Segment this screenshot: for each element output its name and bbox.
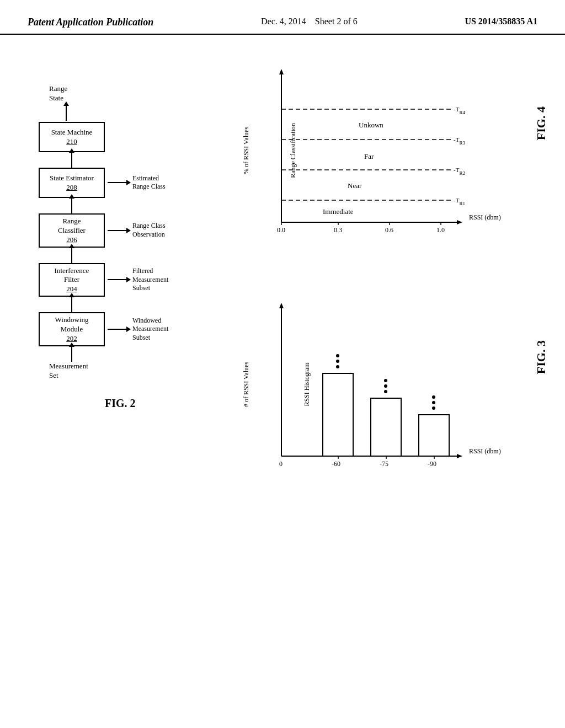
svg-text:% of RSSI Values: % of RSSI Values xyxy=(242,127,250,174)
svg-text:0.0: 0.0 xyxy=(277,226,285,234)
state-machine-num: 210 xyxy=(66,137,77,146)
state-machine-title: State Machine xyxy=(51,128,93,137)
svg-point-46 xyxy=(384,390,387,393)
svg-text:-75: -75 xyxy=(380,460,388,468)
interference-filter-item: InterferenceFilter 204 FilteredMeasureme… xyxy=(39,263,168,297)
svg-text:-90: -90 xyxy=(428,460,436,468)
interference-filter-box: InterferenceFilter 204 xyxy=(39,263,105,297)
state-estimator-box: State Estimator 208 xyxy=(39,168,105,198)
state-estimator-item: State Estimator 208 EstimatedRange Class xyxy=(39,168,166,198)
svg-marker-28 xyxy=(279,303,284,308)
svg-text:RSSI Histogram: RSSI Histogram xyxy=(303,362,311,406)
range-classifier-title: RangeClassifier xyxy=(58,217,86,235)
svg-marker-1 xyxy=(279,69,284,74)
publication-date: Dec. 4, 2014 xyxy=(261,17,306,26)
fig4-chart-container: % of RSSI Values RSSI (dbm) 0.0 0.3 0.6 … xyxy=(237,62,548,263)
svg-marker-3 xyxy=(457,220,462,224)
svg-text:-TR3: -TR3 xyxy=(454,136,465,146)
main-content: Range State State Machine 210 xyxy=(0,46,565,502)
svg-text:-TR4: -TR4 xyxy=(454,106,465,115)
sheet-info: Sheet 2 of 6 xyxy=(315,17,358,26)
svg-point-51 xyxy=(432,401,435,404)
svg-point-48 xyxy=(384,379,387,382)
patent-number: US 2014/358835 A1 xyxy=(465,17,537,26)
svg-text:0.3: 0.3 xyxy=(334,226,342,234)
state-machine-box: State Machine 210 xyxy=(39,122,105,152)
svg-rect-45 xyxy=(371,398,401,456)
svg-point-50 xyxy=(432,406,435,410)
svg-text:-60: -60 xyxy=(332,460,340,468)
windowed-measurement-label: WindowedMeasurementSubset xyxy=(132,317,168,342)
svg-marker-30 xyxy=(457,454,462,458)
measurement-set-label: MeasurementSet xyxy=(49,362,88,381)
fig3-svg: # of RSSI Values RSSI (dbm) RSSI Histogr… xyxy=(237,296,502,495)
range-classifier-item: RangeClassifier 206 Range ClassObservati… xyxy=(39,213,166,248)
svg-text:RSSI (dbm): RSSI (dbm) xyxy=(469,213,501,221)
svg-text:Near: Near xyxy=(348,181,362,190)
fig4-label: FIG. 4 xyxy=(534,106,548,140)
svg-point-52 xyxy=(432,395,435,399)
svg-text:Immediate: Immediate xyxy=(323,207,354,216)
fig3-label: FIG. 3 xyxy=(534,340,548,374)
svg-point-47 xyxy=(384,384,387,388)
state-estimator-title: State Estimator xyxy=(50,174,94,183)
flowchart: Range State State Machine 210 xyxy=(39,84,226,381)
right-panel: % of RSSI Values RSSI (dbm) 0.0 0.3 0.6 … xyxy=(226,51,548,497)
svg-text:0.6: 0.6 xyxy=(385,226,393,234)
windowing-module-item: WindowingModule 202 WindowedMeasurementS… xyxy=(39,312,168,346)
interference-filter-num: 204 xyxy=(66,285,77,293)
estimated-range-class-label: EstimatedRange Class xyxy=(132,174,166,191)
svg-rect-41 xyxy=(323,373,353,456)
windowing-module-num: 202 xyxy=(66,334,77,343)
range-state-label-1: Range xyxy=(49,84,67,93)
filtered-measurement-label: FilteredMeasurementSubset xyxy=(132,267,168,293)
svg-text:RSSI (dbm): RSSI (dbm) xyxy=(469,447,501,455)
svg-text:0: 0 xyxy=(279,460,282,468)
range-classifier-num: 206 xyxy=(66,235,77,244)
state-machine-item: State Machine 210 xyxy=(39,122,105,152)
range-state-label-2: State xyxy=(49,94,63,102)
fig3-chart-container: # of RSSI Values RSSI (dbm) RSSI Histogr… xyxy=(237,296,548,497)
fig2-label: FIG. 2 xyxy=(105,397,226,410)
header-center: Dec. 4, 2014 Sheet 2 of 6 xyxy=(261,17,358,26)
fig2-panel: Range State State Machine 210 xyxy=(17,51,226,497)
fig4-svg: % of RSSI Values RSSI (dbm) 0.0 0.3 0.6 … xyxy=(237,62,502,261)
svg-text:1.0: 1.0 xyxy=(436,226,445,234)
svg-point-44 xyxy=(336,354,339,357)
windowing-module-box: WindowingModule 202 xyxy=(39,312,105,346)
range-class-obs-label: Range ClassObservation xyxy=(132,222,166,239)
svg-point-43 xyxy=(336,360,339,363)
svg-text:-TR2: -TR2 xyxy=(454,167,465,176)
svg-text:# of RSSI Values: # of RSSI Values xyxy=(242,362,250,407)
publication-title: Patent Application Publication xyxy=(28,17,153,28)
range-classifier-box: RangeClassifier 206 xyxy=(39,213,105,248)
svg-text:Far: Far xyxy=(364,152,374,160)
svg-rect-49 xyxy=(419,415,449,456)
windowing-module-title: WindowingModule xyxy=(55,315,89,334)
state-estimator-num: 208 xyxy=(66,183,77,192)
svg-point-42 xyxy=(336,365,339,368)
page-header: Patent Application Publication Dec. 4, 2… xyxy=(0,0,565,35)
svg-text:Unkown: Unkown xyxy=(359,121,383,129)
interference-filter-title: InterferenceFilter xyxy=(55,266,89,285)
svg-text:-TR1: -TR1 xyxy=(454,197,465,206)
